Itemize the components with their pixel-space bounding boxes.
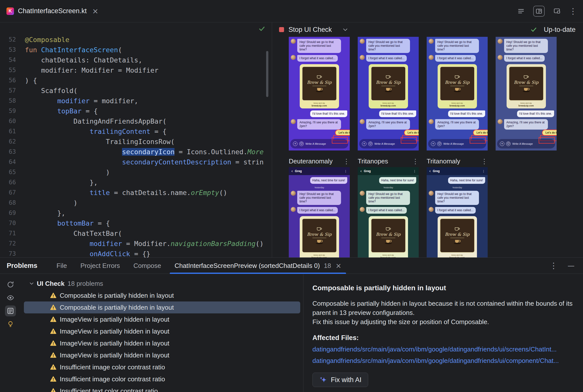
problem-row[interactable]: ImageView is partially hidden in layout: [24, 314, 300, 325]
split-view-icon[interactable]: [533, 6, 545, 17]
kebab-menu-icon[interactable]: ⋮: [343, 158, 350, 165]
kebab-menu-icon[interactable]: ⋮: [413, 170, 416, 173]
code-line[interactable]: chatDetails: ChatDetails,: [25, 55, 272, 65]
coffee-cup-photo: [522, 87, 531, 92]
code-line[interactable]: secondaryIcon = Icons.Outlined.More: [25, 147, 272, 157]
kebab-menu-icon[interactable]: ⋮: [344, 170, 347, 173]
coffee-cup-icon: [386, 75, 391, 79]
preview-canvas[interactable]: Hey! Should we go to that cafe you menti…: [272, 37, 583, 258]
refresh-icon[interactable]: [5, 279, 16, 290]
code-line[interactable]: modifier = modifier,: [25, 96, 272, 106]
code-line[interactable]: fun ChatInterfaceScreen(: [25, 45, 272, 55]
design-view-icon[interactable]: [551, 6, 562, 17]
problem-row[interactable]: Composable is partially hidden in layout: [24, 302, 300, 314]
kebab-menu-icon[interactable]: ⋮: [412, 158, 419, 165]
editor-scrollbar[interactable]: [266, 51, 268, 97]
write-message-bar[interactable]: +☺Write A Message: [428, 139, 486, 148]
tab-project-errors[interactable]: Project Errors: [74, 258, 127, 274]
tab-preview-ui-check[interactable]: ChatInterfaceScreenPreview (sortedChatDe…: [168, 258, 348, 274]
code-token: },: [25, 178, 98, 186]
preview-card[interactable]: Hey! Should we go to that cafe you menti…: [358, 37, 419, 150]
message-placeholder: Write A Message: [306, 142, 326, 145]
code-line[interactable]: modifier = Modifier.navigationBarsPaddin…: [25, 238, 272, 249]
code-line[interactable]: TrailingIconsRow(: [25, 136, 272, 147]
emoji-icon[interactable]: ☺: [506, 142, 510, 146]
kebab-menu-icon[interactable]: ⋮: [569, 6, 577, 16]
code-line[interactable]: modifier: Modifier = Modifier: [25, 65, 272, 75]
tab-file[interactable]: File: [50, 258, 74, 274]
back-icon[interactable]: ‹: [360, 169, 362, 173]
preview-card[interactable]: Hey! Should we go to that cafe you menti…: [496, 37, 557, 150]
write-message-bar[interactable]: +☺Write A Message: [359, 139, 417, 148]
problem-row[interactable]: Insufficient text color contrast ratio: [24, 385, 300, 392]
preview-card[interactable]: ‹Greg⋮Haha, next time for sure!Yesterday…: [358, 167, 419, 258]
code-line[interactable]: },: [25, 177, 272, 188]
code-token: DatingAndFriendsAppBar(: [25, 118, 167, 125]
stop-ui-check-button[interactable]: Stop UI Check: [288, 26, 332, 34]
inspections-ok-icon[interactable]: [259, 26, 265, 31]
code-line[interactable]: ): [25, 167, 272, 177]
emoji-icon[interactable]: ☺: [299, 142, 304, 146]
ui-check-group[interactable]: UI Check 18 problems: [21, 278, 303, 290]
code-line[interactable]: DatingAndFriendsAppBar(: [25, 116, 272, 126]
editor-code[interactable]: @Composablefun ChatInterfaceScreen( chat…: [25, 34, 272, 258]
brew-sip-card: Brew & Sipbrew and sipbrew&sip.com: [507, 64, 546, 108]
problem-row[interactable]: ImageView is partially hidden in layout: [24, 337, 300, 349]
editor-tab[interactable]: K ChatInterfaceScreen.kt ×: [0, 0, 105, 22]
add-icon[interactable]: +: [362, 142, 366, 146]
add-icon[interactable]: +: [431, 142, 435, 146]
emoji-icon[interactable]: ☺: [437, 142, 442, 146]
problem-row[interactable]: Composable is partially hidden in layout: [24, 290, 300, 302]
close-icon[interactable]: ×: [92, 8, 98, 15]
report-view-icon[interactable]: [5, 306, 16, 316]
kebab-menu-icon[interactable]: ⋮: [482, 170, 485, 173]
preview-card[interactable]: Hey! Should we go to that cafe you menti…: [427, 37, 488, 150]
editor-list-icon[interactable]: [515, 6, 527, 17]
preview-eye-icon[interactable]: [5, 292, 16, 303]
chevron-down-icon[interactable]: [343, 28, 348, 31]
fix-with-ai-button[interactable]: Fix with AI: [313, 372, 368, 387]
tool-window-title[interactable]: Problems: [7, 262, 37, 270]
lightbulb-icon[interactable]: [5, 318, 16, 330]
code-line[interactable]: ): [25, 198, 272, 208]
back-icon[interactable]: ‹: [429, 169, 431, 173]
minimize-icon[interactable]: —: [567, 262, 574, 270]
coffee-cup-photo: [453, 87, 462, 92]
add-icon[interactable]: +: [293, 142, 298, 146]
code-line[interactable]: bottomBar = {: [25, 218, 272, 228]
problem-row[interactable]: ImageView is partially hidden in layout: [24, 349, 300, 361]
kebab-menu-icon[interactable]: ⋮: [481, 158, 488, 165]
affected-file-link[interactable]: datingandfriends/src/main/java/com/ibm/g…: [313, 346, 572, 353]
back-icon[interactable]: ‹: [291, 169, 293, 173]
code-line[interactable]: onAddClick = {}: [25, 249, 272, 258]
stop-icon[interactable]: [279, 27, 284, 32]
line-number: 56: [0, 75, 25, 86]
write-message-bar[interactable]: +☺Write A Message: [497, 139, 555, 148]
write-message-bar[interactable]: +☺Write A Message: [290, 139, 348, 148]
code-token: = Icons.Outlined.: [174, 148, 247, 156]
affected-file-link[interactable]: datingandfriends/src/main/java/com/ibm/g…: [313, 357, 572, 365]
code-line[interactable]: ) {: [25, 75, 272, 86]
code-line[interactable]: ChatTextBar(: [25, 228, 272, 238]
code-line[interactable]: trailingContent = {: [25, 126, 272, 136]
problem-row[interactable]: ImageView is partially hidden in layout: [24, 325, 300, 337]
problem-row[interactable]: Insufficient image color contrast ratio: [24, 373, 300, 385]
kebab-menu-icon[interactable]: ⋮: [550, 261, 558, 270]
problem-row[interactable]: Insufficient image color contrast ratio: [24, 361, 300, 373]
code-line[interactable]: topBar = {: [25, 106, 272, 116]
tab-compose[interactable]: Compose: [127, 258, 168, 274]
preview-card[interactable]: ‹Greg⋮Haha, next time for sure!Yesterday…: [427, 167, 488, 258]
code-editor[interactable]: 5253545556575859606162636465666768697071…: [0, 22, 272, 258]
code-line[interactable]: secondaryContentDescription = strin: [25, 157, 272, 167]
code-line[interactable]: },: [25, 208, 272, 218]
preview-card[interactable]: ‹Greg⋮Haha, next time for sure!Yesterday…: [289, 167, 350, 258]
code-line[interactable]: title = chatDetails.name.orEmpty(): [25, 188, 272, 198]
emoji-icon[interactable]: ☺: [368, 142, 373, 146]
close-icon[interactable]: ×: [336, 262, 341, 270]
code-line[interactable]: Scaffold(: [25, 86, 272, 96]
chat-bubble: Amazing, I'll see you there at 2pm?: [435, 119, 479, 130]
code-line[interactable]: @Composable: [25, 34, 272, 45]
preview-card[interactable]: Hey! Should we go to that cafe you menti…: [289, 37, 350, 150]
chevron-down-icon[interactable]: [29, 282, 34, 285]
add-icon[interactable]: +: [500, 142, 504, 146]
